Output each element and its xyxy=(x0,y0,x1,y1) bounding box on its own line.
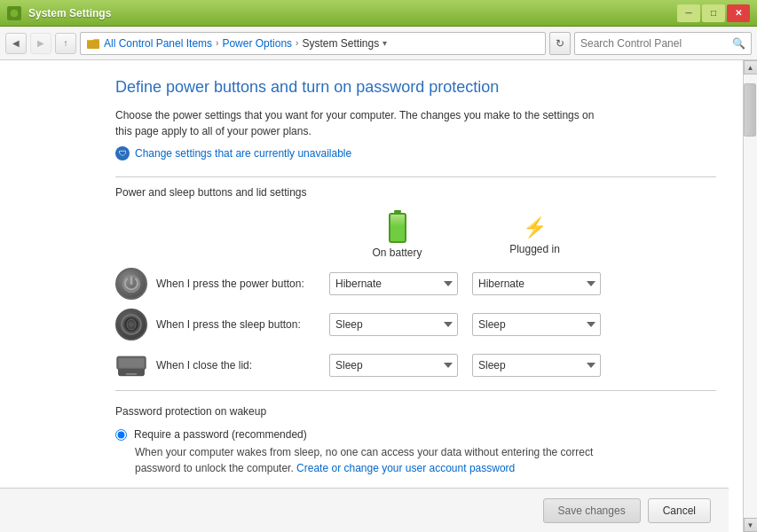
section-1-label: Power and sleep buttons and lid settings xyxy=(115,186,716,199)
up-button[interactable]: ↑ xyxy=(55,33,76,54)
lid-icon-svg xyxy=(115,352,147,379)
window-title: System Settings xyxy=(28,7,111,20)
title-bar: System Settings ─ □ ✕ xyxy=(0,0,757,27)
close-lid-icon xyxy=(115,349,147,381)
section-divider-1 xyxy=(115,176,716,177)
close-lid-dropdowns: Do nothing Sleep Hibernate Shut down Tur… xyxy=(329,354,601,377)
sleep-button-battery-dropdown[interactable]: Do nothing Sleep Hibernate Shut down Tur… xyxy=(329,313,458,336)
require-password-row: Require a password (recommended) xyxy=(115,428,716,441)
section-divider-2 xyxy=(115,390,716,391)
cancel-button[interactable]: Cancel xyxy=(648,498,711,523)
bottom-bar: Save changes Cancel xyxy=(0,488,729,532)
search-box[interactable]: 🔍 xyxy=(574,32,752,55)
breadcrumb-current: System Settings xyxy=(302,37,379,50)
change-settings-link[interactable]: 🛡 Change settings that are currently una… xyxy=(115,146,716,160)
window-controls: ─ □ ✕ xyxy=(677,4,750,22)
columns-header: On battery ⚡ Plugged in xyxy=(328,213,716,259)
sleep-button-battery-select[interactable]: Do nothing Sleep Hibernate Shut down Tur… xyxy=(329,313,458,336)
close-lid-battery-select[interactable]: Do nothing Sleep Hibernate Shut down Tur… xyxy=(329,354,458,377)
shield-icon: 🛡 xyxy=(115,146,130,160)
refresh-button[interactable]: ↻ xyxy=(549,32,571,55)
scroll-thumb[interactable] xyxy=(744,83,756,137)
save-changes-button[interactable]: Save changes xyxy=(543,498,641,523)
navigation-bar: ◀ ▶ ↑ All Control Panel Items › Power Op… xyxy=(0,27,757,60)
sleep-button-row: When I press the sleep button: Do nothin… xyxy=(115,309,716,340)
app-icon xyxy=(7,6,21,20)
settings-rows: When I press the power button: Do nothin… xyxy=(115,268,716,381)
battery-label: On battery xyxy=(372,246,422,259)
power-button-battery-dropdown[interactable]: Do nothing Sleep Hibernate Shut down Tur… xyxy=(329,272,458,295)
close-lid-plugged-dropdown[interactable]: Do nothing Sleep Hibernate Shut down Tur… xyxy=(472,354,601,377)
require-password-group: Require a password (recommended) When yo… xyxy=(115,428,716,476)
scroll-down-button[interactable]: ▼ xyxy=(744,518,758,532)
close-lid-plugged-select[interactable]: Do nothing Sleep Hibernate Shut down Tur… xyxy=(472,354,601,377)
power-button-icon xyxy=(115,268,147,300)
power-button-row: When I press the power button: Do nothin… xyxy=(115,268,716,300)
content-inner: Define power buttons and turn on passwor… xyxy=(0,60,743,532)
search-input[interactable] xyxy=(580,37,729,50)
close-lid-label: When I close the lid: xyxy=(156,359,329,372)
page-title: Define power buttons and turn on passwor… xyxy=(115,78,716,97)
scrollbar[interactable]: ▲ ▼ xyxy=(743,60,757,532)
address-bar: All Control Panel Items › Power Options … xyxy=(80,32,546,55)
power-button-plugged-select[interactable]: Do nothing Sleep Hibernate Shut down Tur… xyxy=(472,272,601,295)
content-area: Define power buttons and turn on passwor… xyxy=(0,60,743,532)
sleep-button-label: When I press the sleep button: xyxy=(156,318,329,331)
password-section-title: Password protection on wakeup xyxy=(115,405,716,418)
breadcrumb-power-options[interactable]: Power Options xyxy=(222,37,292,50)
svg-point-0 xyxy=(10,9,19,18)
create-password-link[interactable]: Create or change your user account passw… xyxy=(296,462,515,474)
power-button-label: When I press the power button: xyxy=(156,278,329,290)
page-description: Choose the power settings that you want … xyxy=(115,107,612,139)
svg-rect-1 xyxy=(87,40,99,49)
power-button-plugged-dropdown[interactable]: Do nothing Sleep Hibernate Shut down Tur… xyxy=(472,272,601,295)
sleep-button-dropdowns: Do nothing Sleep Hibernate Shut down Tur… xyxy=(329,313,601,336)
svg-rect-10 xyxy=(119,358,145,368)
close-lid-battery-dropdown[interactable]: Do nothing Sleep Hibernate Shut down Tur… xyxy=(329,354,458,377)
sleep-button-plugged-dropdown[interactable]: Do nothing Sleep Hibernate Shut down Tur… xyxy=(472,313,601,336)
forward-button[interactable]: ▶ xyxy=(30,33,51,54)
svg-point-7 xyxy=(129,322,134,327)
minimize-button[interactable]: ─ xyxy=(677,4,700,22)
maximize-button[interactable]: □ xyxy=(702,4,725,22)
sleep-button-icon xyxy=(115,309,147,340)
search-icon: 🔍 xyxy=(732,37,745,50)
require-password-desc: When your computer wakes from sleep, no … xyxy=(135,444,596,476)
folder-icon xyxy=(86,36,100,51)
scroll-track xyxy=(744,74,757,518)
close-lid-row: When I close the lid: Do nothing Sleep H… xyxy=(115,349,716,381)
plugged-label: Plugged in xyxy=(509,243,560,255)
breadcrumb-all-control-panel[interactable]: All Control Panel Items xyxy=(104,37,212,50)
power-icon-svg xyxy=(121,273,142,294)
power-button-battery-select[interactable]: Do nothing Sleep Hibernate Shut down Tur… xyxy=(329,272,458,295)
plug-icon: ⚡ xyxy=(523,216,547,239)
sleep-icon-svg xyxy=(120,313,143,336)
require-password-radio[interactable] xyxy=(115,429,127,441)
sleep-button-plugged-select[interactable]: Do nothing Sleep Hibernate Shut down Tur… xyxy=(472,313,601,336)
close-button[interactable]: ✕ xyxy=(727,4,750,22)
power-button-dropdowns: Do nothing Sleep Hibernate Shut down Tur… xyxy=(329,272,601,295)
scroll-up-button[interactable]: ▲ xyxy=(744,60,758,74)
battery-column-header: On battery xyxy=(328,213,466,259)
main-container: Define power buttons and turn on passwor… xyxy=(0,60,757,532)
back-button[interactable]: ◀ xyxy=(5,33,27,54)
require-password-label: Require a password (recommended) xyxy=(134,428,307,441)
plugged-column-header: ⚡ Plugged in xyxy=(466,216,603,255)
